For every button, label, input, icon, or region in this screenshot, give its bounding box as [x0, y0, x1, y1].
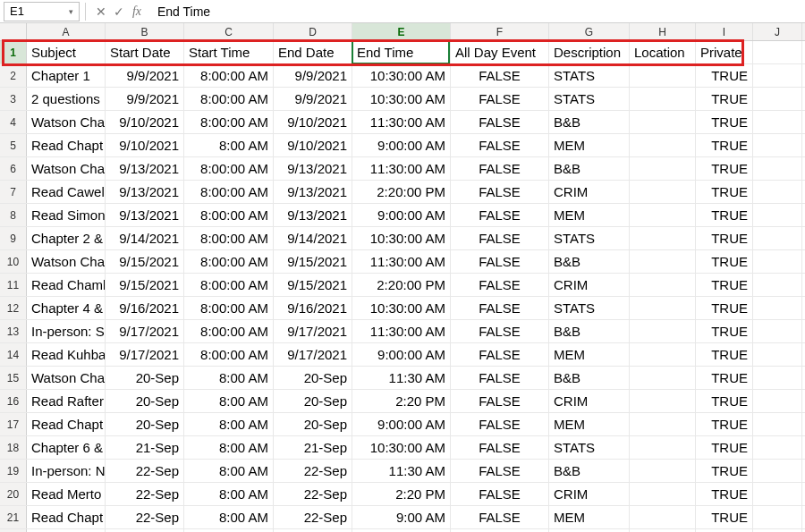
- cell[interactable]: 8:00 AM: [184, 134, 274, 156]
- cell[interactable]: FALSE: [451, 134, 549, 156]
- cell-E1[interactable]: End Time: [352, 41, 451, 63]
- cell[interactable]: 9/13/2021: [274, 181, 352, 203]
- row-header[interactable]: 12: [0, 297, 27, 319]
- cell[interactable]: FALSE: [451, 297, 549, 319]
- cell[interactable]: FALSE: [451, 181, 549, 203]
- cell[interactable]: Watson Cha: [27, 157, 106, 180]
- cell[interactable]: [753, 460, 802, 482]
- cell[interactable]: FALSE: [451, 343, 549, 366]
- cell[interactable]: B&B: [549, 320, 630, 342]
- cell[interactable]: Watson Cha: [27, 367, 106, 389]
- cell[interactable]: 9/17/2021: [274, 320, 352, 342]
- cell[interactable]: 9/10/2021: [106, 134, 184, 156]
- cell[interactable]: TRUE: [696, 111, 753, 133]
- cell[interactable]: [753, 413, 802, 435]
- cell[interactable]: FALSE: [451, 367, 549, 389]
- cell[interactable]: 8:00:00 AM: [184, 297, 274, 319]
- row-header[interactable]: 21: [0, 506, 27, 528]
- cell[interactable]: [753, 297, 802, 319]
- cell[interactable]: Chapter 1: [27, 64, 106, 87]
- cell[interactable]: [630, 88, 696, 110]
- cell[interactable]: MEM: [549, 134, 630, 156]
- cell-D1[interactable]: End Date: [274, 41, 352, 63]
- cell[interactable]: B&B: [549, 367, 630, 389]
- cell[interactable]: 8:00:00 AM: [184, 204, 274, 226]
- cell[interactable]: [630, 506, 696, 528]
- cell[interactable]: TRUE: [696, 88, 753, 110]
- cell[interactable]: Watson Cha: [27, 250, 106, 273]
- row-header[interactable]: 7: [0, 181, 27, 203]
- cell[interactable]: B&B: [549, 111, 630, 133]
- row-header[interactable]: 8: [0, 204, 27, 226]
- cell[interactable]: 9/14/2021: [274, 227, 352, 249]
- fx-icon[interactable]: fx: [129, 4, 145, 19]
- col-header-E[interactable]: E: [352, 23, 451, 40]
- cell[interactable]: [630, 413, 696, 435]
- cell[interactable]: STATS: [549, 88, 630, 110]
- cell[interactable]: TRUE: [696, 460, 753, 482]
- cell[interactable]: [630, 460, 696, 482]
- cell[interactable]: FALSE: [451, 64, 549, 87]
- cell[interactable]: 9/17/2021: [106, 320, 184, 342]
- cell[interactable]: 9/13/2021: [274, 157, 352, 180]
- cell[interactable]: [753, 250, 802, 273]
- col-header-C[interactable]: C: [184, 23, 274, 40]
- cell-A1[interactable]: Subject: [27, 41, 106, 63]
- cell[interactable]: 21-Sep: [274, 436, 352, 459]
- cell[interactable]: 9/9/2021: [274, 88, 352, 110]
- cell[interactable]: [753, 274, 802, 296]
- row-header[interactable]: 20: [0, 483, 27, 505]
- cell[interactable]: Read Chapt: [27, 413, 106, 435]
- cell[interactable]: [630, 157, 696, 180]
- cell[interactable]: TRUE: [696, 343, 753, 366]
- cell-H1[interactable]: Location: [630, 41, 696, 63]
- cell[interactable]: [630, 111, 696, 133]
- row-header[interactable]: 13: [0, 320, 27, 342]
- cell[interactable]: 20-Sep: [274, 367, 352, 389]
- name-box[interactable]: E1 ▾: [4, 2, 80, 21]
- cell-J1[interactable]: [753, 41, 802, 63]
- cell[interactable]: Read Cawel: [27, 181, 106, 203]
- cell[interactable]: 10:30:00 AM: [352, 64, 451, 87]
- cell[interactable]: 9:00:00 AM: [352, 204, 451, 226]
- cell[interactable]: TRUE: [696, 204, 753, 226]
- cell[interactable]: 9/15/2021: [274, 250, 352, 273]
- cell-B1[interactable]: Start Date: [106, 41, 184, 63]
- cell[interactable]: TRUE: [696, 390, 753, 412]
- row-header[interactable]: 16: [0, 390, 27, 412]
- cell[interactable]: STATS: [549, 227, 630, 249]
- cell-F1[interactable]: All Day Event: [451, 41, 549, 63]
- cell[interactable]: In-person: N: [27, 460, 106, 482]
- cell[interactable]: [753, 367, 802, 389]
- cell-C1[interactable]: Start Time: [184, 41, 274, 63]
- cell[interactable]: 9/13/2021: [106, 157, 184, 180]
- cell[interactable]: TRUE: [696, 297, 753, 319]
- cell[interactable]: [753, 390, 802, 412]
- cell[interactable]: CRIM: [549, 181, 630, 203]
- col-header-G[interactable]: G: [549, 23, 630, 40]
- cell[interactable]: TRUE: [696, 413, 753, 435]
- row-header[interactable]: 14: [0, 343, 27, 366]
- cell[interactable]: [753, 436, 802, 459]
- cell[interactable]: [630, 436, 696, 459]
- cell[interactable]: 9/9/2021: [106, 88, 184, 110]
- cell[interactable]: 8:00:00 AM: [184, 274, 274, 296]
- col-header-H[interactable]: H: [630, 23, 696, 40]
- cell[interactable]: [630, 274, 696, 296]
- cell[interactable]: FALSE: [451, 483, 549, 505]
- cell[interactable]: FALSE: [451, 436, 549, 459]
- cell[interactable]: 8:00 AM: [184, 390, 274, 412]
- cell[interactable]: 22-Sep: [106, 483, 184, 505]
- cell[interactable]: [630, 227, 696, 249]
- cell[interactable]: 20-Sep: [106, 390, 184, 412]
- cell[interactable]: FALSE: [451, 274, 549, 296]
- cell[interactable]: [753, 320, 802, 342]
- cell[interactable]: [630, 320, 696, 342]
- cell[interactable]: TRUE: [696, 64, 753, 87]
- cell[interactable]: Read Merto: [27, 483, 106, 505]
- cell[interactable]: Read Chaml: [27, 274, 106, 296]
- cell[interactable]: 9/17/2021: [274, 343, 352, 366]
- cell[interactable]: 8:00:00 AM: [184, 64, 274, 87]
- cell[interactable]: 9/9/2021: [274, 64, 352, 87]
- cell[interactable]: TRUE: [696, 436, 753, 459]
